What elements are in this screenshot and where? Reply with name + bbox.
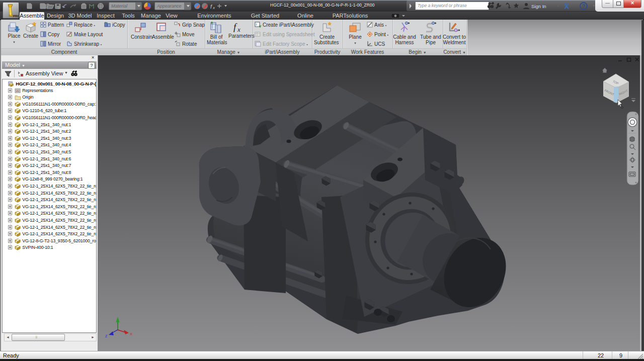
svg-text:X: X (130, 332, 132, 336)
svg-text:f: f (233, 22, 237, 32)
svg-text:?: ? (582, 4, 585, 9)
svg-text:x: x (212, 6, 215, 10)
svg-text:Z: Z (105, 334, 108, 338)
svg-text:Appearance: Appearance (156, 4, 182, 9)
svg-text:Sign In: Sign In (531, 4, 546, 9)
svg-text:Material: Material (111, 4, 128, 9)
svg-text:f: f (210, 4, 212, 10)
svg-text:x: x (237, 26, 240, 33)
svg-text:·: · (557, 4, 559, 9)
svg-text:PRO: PRO (13, 15, 19, 18)
